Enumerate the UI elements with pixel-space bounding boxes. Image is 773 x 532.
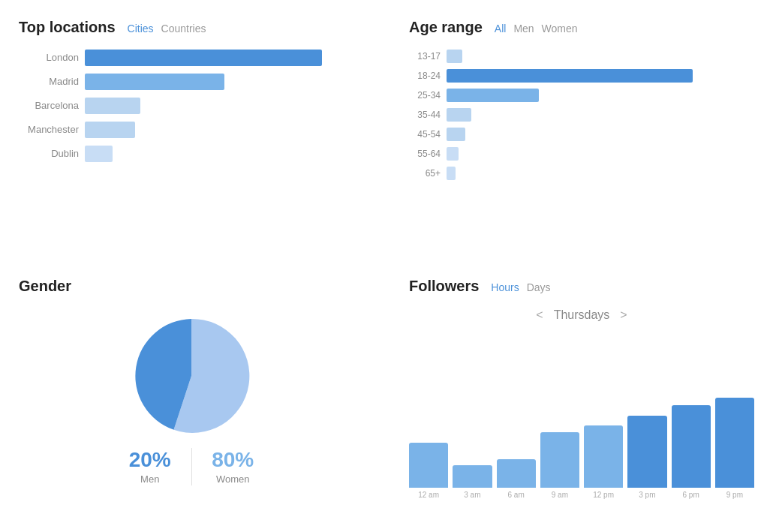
age-fill bbox=[447, 147, 459, 161]
hour-label: 3 am bbox=[464, 491, 480, 499]
hour-label: 9 am bbox=[552, 491, 568, 499]
locations-bar-chart: London Madrid Barcelona Manchester Dubli… bbox=[19, 50, 364, 162]
top-locations-header: Top locations Cities Countries bbox=[19, 19, 364, 36]
age-fill bbox=[447, 69, 693, 83]
age-row: 18-24 bbox=[409, 69, 754, 83]
gender-header: Gender bbox=[19, 278, 364, 295]
bar-label: Dublin bbox=[19, 148, 79, 159]
hour-bar-wrapper: 12 am bbox=[409, 443, 448, 499]
men-percentage: 20% bbox=[129, 448, 171, 472]
bar-fill bbox=[85, 74, 224, 90]
age-row: 45-54 bbox=[409, 128, 754, 141]
bar-row: Dublin bbox=[19, 146, 364, 162]
age-row: 25-34 bbox=[409, 89, 754, 102]
age-label: 65+ bbox=[409, 168, 441, 179]
tab-cities[interactable]: Cities bbox=[128, 23, 154, 35]
hour-bar-wrapper: 3 am bbox=[453, 465, 492, 498]
men-label: Men bbox=[140, 473, 159, 485]
hour-bar bbox=[627, 416, 666, 488]
women-label: Women bbox=[216, 473, 250, 485]
bar-track bbox=[85, 50, 364, 66]
tab-women[interactable]: Women bbox=[542, 23, 578, 35]
hour-label: 9 pm bbox=[726, 491, 743, 499]
bar-row: Madrid bbox=[19, 74, 364, 90]
gender-women-stat: 80% Women bbox=[192, 448, 275, 485]
bar-fill bbox=[85, 98, 140, 114]
age-tabs: All Men Women bbox=[495, 23, 578, 35]
bar-fill bbox=[85, 146, 113, 162]
hour-bar bbox=[453, 465, 492, 487]
prev-day-button[interactable]: < bbox=[536, 308, 543, 322]
tab-days[interactable]: Days bbox=[527, 281, 551, 293]
locations-tabs: Cities Countries bbox=[128, 23, 206, 35]
gender-men-stat: 20% Men bbox=[109, 448, 191, 485]
age-fill bbox=[447, 128, 465, 141]
dashboard: Top locations Cities Countries London Ma… bbox=[19, 19, 754, 514]
bar-track bbox=[85, 74, 364, 90]
women-percentage: 80% bbox=[212, 448, 254, 472]
age-track bbox=[447, 89, 754, 102]
age-track bbox=[447, 167, 754, 180]
age-track bbox=[447, 147, 754, 161]
bar-row: Manchester bbox=[19, 122, 364, 138]
hour-label: 6 pm bbox=[683, 491, 699, 499]
age-range-title: Age range bbox=[409, 19, 483, 36]
hour-bar-wrapper: 6 am bbox=[497, 459, 536, 498]
age-label: 13-17 bbox=[409, 51, 441, 62]
followers-panel: Followers Hours Days < Thursdays > 12 am… bbox=[409, 278, 754, 514]
age-range-header: Age range All Men Women bbox=[409, 19, 754, 36]
bar-label: Manchester bbox=[19, 124, 79, 135]
hour-bar-wrapper: 9 pm bbox=[715, 398, 754, 499]
tab-countries[interactable]: Countries bbox=[161, 23, 206, 35]
age-label: 35-44 bbox=[409, 110, 441, 120]
age-fill bbox=[447, 89, 539, 102]
age-label: 25-34 bbox=[409, 90, 441, 101]
hours-bar-chart: 12 am 3 am 6 am 9 am 12 pm 3 pm 6 pm 9 p… bbox=[409, 332, 754, 514]
tab-men[interactable]: Men bbox=[513, 23, 534, 35]
age-track bbox=[447, 69, 754, 83]
gender-title: Gender bbox=[19, 278, 71, 295]
age-label: 55-64 bbox=[409, 149, 441, 159]
gender-pie bbox=[131, 316, 251, 436]
hour-label: 12 am bbox=[418, 491, 439, 499]
bar-label: Madrid bbox=[19, 76, 79, 87]
bar-track bbox=[85, 98, 364, 114]
bar-row: Barcelona bbox=[19, 98, 364, 114]
tab-hours[interactable]: Hours bbox=[491, 281, 519, 293]
bar-label: London bbox=[19, 52, 79, 63]
hour-label: 3 pm bbox=[639, 491, 655, 499]
age-row: 13-17 bbox=[409, 50, 754, 63]
followers-tabs: Hours Days bbox=[491, 281, 550, 293]
hour-bar bbox=[409, 443, 448, 488]
day-navigation: < Thursdays > bbox=[409, 308, 754, 322]
hour-label: 12 pm bbox=[593, 491, 614, 499]
bar-fill bbox=[85, 122, 135, 138]
gender-content: 20% Men 80% Women bbox=[19, 308, 364, 514]
hour-bar bbox=[540, 432, 579, 487]
bar-track bbox=[85, 146, 364, 162]
age-row: 35-44 bbox=[409, 108, 754, 122]
hour-bar-wrapper: 9 am bbox=[540, 432, 579, 498]
hour-bar-wrapper: 6 pm bbox=[672, 405, 711, 498]
hour-label: 6 am bbox=[508, 491, 525, 499]
top-locations-panel: Top locations Cities Countries London Ma… bbox=[19, 19, 364, 255]
tab-all[interactable]: All bbox=[495, 23, 507, 35]
next-day-button[interactable]: > bbox=[620, 308, 627, 322]
bar-row: London bbox=[19, 50, 364, 66]
followers-header: Followers Hours Days bbox=[409, 278, 754, 295]
hour-bar bbox=[584, 425, 623, 488]
bar-track bbox=[85, 122, 364, 138]
hour-bar bbox=[672, 405, 711, 487]
age-fill bbox=[447, 167, 456, 180]
age-label: 18-24 bbox=[409, 71, 441, 81]
hour-bar-wrapper: 3 pm bbox=[627, 416, 666, 499]
followers-content: < Thursdays > 12 am 3 am 6 am 9 am 12 pm… bbox=[409, 308, 754, 514]
age-track bbox=[447, 50, 754, 63]
age-range-panel: Age range All Men Women 13-17 18-24 25-3… bbox=[409, 19, 754, 255]
gender-stats: 20% Men 80% Women bbox=[109, 448, 274, 485]
age-label: 45-54 bbox=[409, 129, 441, 140]
hour-bar-wrapper: 12 pm bbox=[584, 425, 623, 499]
current-day: Thursdays bbox=[554, 308, 610, 322]
followers-title: Followers bbox=[409, 278, 479, 295]
bar-label: Barcelona bbox=[19, 100, 79, 111]
